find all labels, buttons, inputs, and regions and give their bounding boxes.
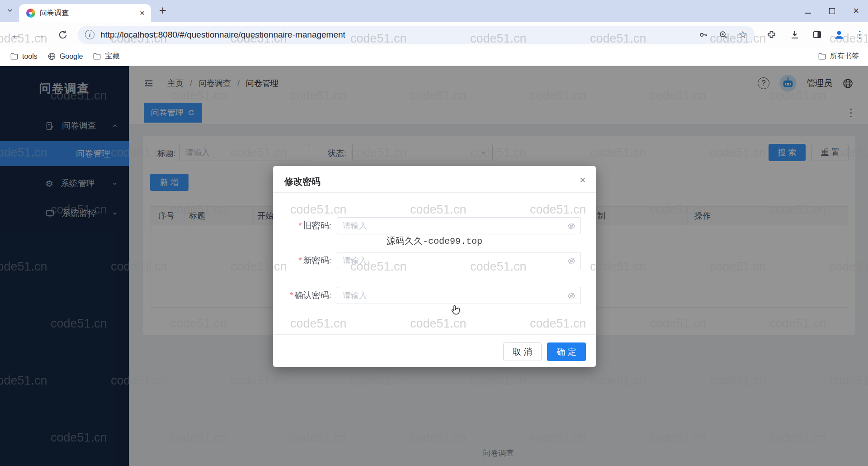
divider [273, 192, 596, 193]
new-password-label: 新密码: [303, 256, 331, 265]
zoom-icon[interactable] [718, 30, 728, 40]
globe-icon [47, 52, 56, 61]
site-info-icon[interactable]: i [85, 30, 94, 39]
dialog-close-icon[interactable]: × [580, 174, 586, 186]
forward-icon[interactable]: → [34, 29, 45, 41]
browser-tab[interactable]: 问卷调查 × [19, 4, 151, 22]
old-password-label: 旧密码: [303, 221, 331, 230]
window-maximize-icon[interactable] [829, 8, 835, 14]
extensions-icon[interactable] [766, 29, 777, 40]
profile-avatar-icon[interactable] [833, 29, 845, 41]
eye-slash-icon[interactable] [567, 222, 576, 231]
bookmark-tools[interactable]: tools [10, 52, 38, 61]
folder-icon [93, 52, 101, 61]
required-asterisk: * [298, 221, 302, 230]
confirm-button[interactable]: 确 定 [547, 342, 586, 361]
all-bookmarks[interactable]: 所有书签 [818, 52, 859, 61]
browser-menu-icon[interactable]: ⋮ [855, 29, 865, 41]
bookmark-treasure[interactable]: 宝藏 [93, 52, 119, 61]
new-password-input[interactable] [337, 252, 581, 269]
dialog-note: 源码久久-code99.top [273, 235, 596, 247]
window-close-icon[interactable]: × [853, 6, 859, 16]
password-key-icon[interactable] [698, 30, 708, 40]
back-icon[interactable]: ← [11, 29, 22, 41]
confirm-password-row: *确认密码: [284, 287, 581, 304]
tab-search-chevron-icon[interactable] [6, 7, 14, 14]
side-panel-icon[interactable] [812, 29, 822, 40]
confirm-password-label: 确认密码: [295, 290, 331, 300]
download-icon[interactable] [789, 29, 800, 40]
eye-slash-icon[interactable] [567, 291, 576, 300]
site-favicon-icon [26, 9, 35, 18]
tab-title: 问卷调查 [40, 9, 69, 18]
required-asterisk: * [290, 290, 293, 300]
required-asterisk: * [298, 256, 302, 265]
new-password-row: *新密码: [284, 252, 581, 269]
eye-slash-icon[interactable] [567, 257, 576, 266]
url-bar[interactable]: i http://localhost:8080/#/questionnaire/… [78, 26, 755, 44]
divider [273, 334, 596, 335]
old-password-row: *旧密码: [284, 217, 581, 234]
url-text[interactable]: http://localhost:8080/#/questionnaire/qu… [100, 30, 345, 40]
cancel-button[interactable]: 取 消 [503, 342, 542, 361]
folder-icon [10, 52, 19, 61]
dialog-title: 修改密码 [284, 176, 321, 188]
browser-toolbar: ← → i http://localhost:8080/#/questionna… [0, 22, 868, 47]
bookmarks-bar: tools Google 宝藏 所有书签 [0, 47, 868, 66]
confirm-password-input[interactable] [337, 287, 581, 304]
window-minimize-icon[interactable] [805, 13, 811, 14]
bookmark-google[interactable]: Google [47, 52, 83, 61]
old-password-input[interactable] [337, 217, 581, 234]
new-tab-icon[interactable]: + [159, 4, 166, 18]
change-password-dialog: 修改密码 × *旧密码: 源码久久-code99.top *新密码: *确认密码… [273, 166, 596, 367]
tab-close-icon[interactable]: × [140, 8, 145, 18]
bookmark-star-icon[interactable]: ☆ [738, 29, 747, 41]
folder-icon [818, 52, 826, 61]
reload-icon[interactable] [58, 30, 68, 40]
mouse-cursor [450, 304, 462, 317]
browser-tabstrip: 问卷调查 × + × [0, 0, 868, 22]
